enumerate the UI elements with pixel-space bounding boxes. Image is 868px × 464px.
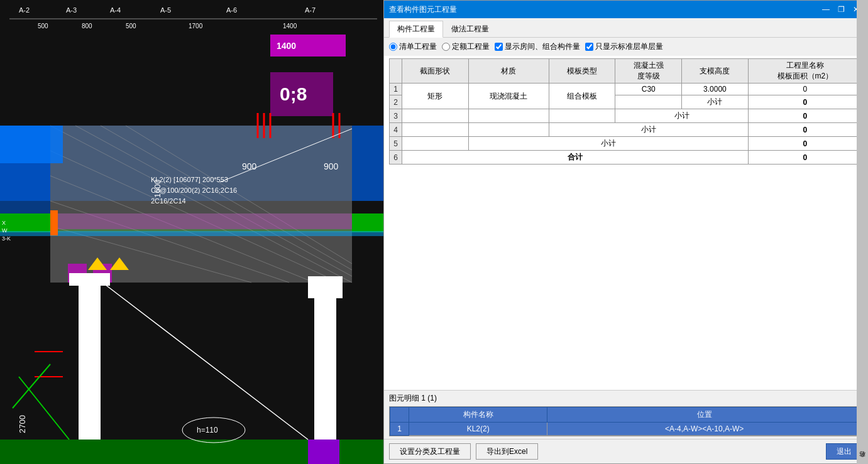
svg-rect-58 xyxy=(50,210,58,235)
col-formwork: 模板类型 xyxy=(549,59,615,84)
svg-text:W: W xyxy=(2,227,8,234)
svg-text:A-3: A-3 xyxy=(66,6,77,14)
title-controls: — ❐ ✕ xyxy=(820,4,862,15)
table-row: 3 小计 0 xyxy=(390,109,862,123)
col-material: 材质 xyxy=(468,59,549,84)
figure-info: 图元明细 1 (1) 构件名称 位置 1 KL2(2) <A-4,A-W><A-… xyxy=(384,390,867,439)
option-showroom[interactable]: 显示房间、组合构件量 xyxy=(495,41,580,52)
svg-text:800: 800 xyxy=(82,23,92,30)
data-table: 截面形状 材质 模板类型 混凝土强度等级 支模高度 工程里名称模板面积（m2） … xyxy=(389,58,862,165)
right-strip: 名称 xyxy=(857,0,868,464)
svg-text:500: 500 xyxy=(126,23,136,30)
svg-text:A-2: A-2 xyxy=(19,6,30,14)
svg-rect-33 xyxy=(314,283,336,458)
figure-col-num xyxy=(390,407,409,423)
svg-text:500: 500 xyxy=(38,23,48,30)
figure-table-wrap: 构件名称 位置 1 KL2(2) <A-4,A-W><A-10,A-W> xyxy=(389,406,862,436)
svg-text:1400: 1400 xyxy=(277,41,296,51)
col-height: 支模高度 xyxy=(682,59,749,84)
table-row: 5 小计 0 xyxy=(390,137,862,151)
svg-rect-32 xyxy=(79,283,101,458)
svg-text:A-6: A-6 xyxy=(226,6,237,14)
export-excel-button[interactable]: 导出到Excel xyxy=(476,443,538,460)
col-shape: 截面形状 xyxy=(402,59,469,84)
figure-table: 构件名称 位置 1 KL2(2) <A-4,A-W><A-10,A-W> xyxy=(390,407,862,436)
figure-row[interactable]: 1 KL2(2) <A-4,A-W><A-10,A-W> xyxy=(390,423,862,436)
svg-text:3-K: 3-K xyxy=(2,235,11,242)
svg-rect-29 xyxy=(0,163,50,213)
panel: 查看构件图元工程量 — ❐ ✕ 构件工程量 做法工程量 清单工程量 定额工程量 … xyxy=(383,0,868,464)
bottom-bar: 设置分类及工程量 导出到Excel 退出 xyxy=(384,439,867,463)
col-num xyxy=(390,59,402,84)
empty-space xyxy=(384,225,867,390)
option-clearlist[interactable]: 清单工程量 xyxy=(389,41,437,52)
svg-rect-34 xyxy=(308,276,343,298)
svg-text:1700: 1700 xyxy=(189,23,203,30)
svg-text:0;8: 0;8 xyxy=(280,84,307,104)
figure-col-name: 构件名称 xyxy=(409,407,547,423)
options-row: 清单工程量 定额工程量 显示房间、组合构件量 只显示标准层单层量 xyxy=(384,38,867,56)
option-showstandard[interactable]: 只显示标准层单层量 xyxy=(585,41,663,52)
svg-text:A-4: A-4 xyxy=(110,6,121,14)
table-row-total: 6 合计 0 xyxy=(390,151,862,165)
svg-text:2700: 2700 xyxy=(18,415,27,433)
cad-drawing: A-2 A-3 A-4 A-5 A-6 A-7 500 800 500 1700… xyxy=(0,0,383,464)
tab-component[interactable]: 构件工程量 xyxy=(389,21,443,38)
restore-button[interactable]: ❐ xyxy=(835,4,847,15)
col-strength: 混凝土强度等级 xyxy=(615,59,682,84)
table-area: 截面形状 材质 模板类型 混凝土强度等级 支模高度 工程里名称模板面积（m2） … xyxy=(384,56,867,225)
svg-text:900: 900 xyxy=(324,161,339,171)
tab-method[interactable]: 做法工程量 xyxy=(443,21,497,37)
title-text: 查看构件图元工程量 xyxy=(389,4,457,15)
svg-text:X: X xyxy=(2,220,6,226)
svg-text:h=110: h=110 xyxy=(197,426,218,434)
table-row: 4 小计 0 xyxy=(390,123,862,137)
svg-rect-62 xyxy=(308,440,339,464)
svg-rect-28 xyxy=(0,126,63,163)
figure-col-position: 位置 xyxy=(547,407,862,423)
title-bar: 查看构件图元工程量 — ❐ ✕ xyxy=(384,1,867,18)
table-row: 1 矩形 现浇混凝土 组合模板 C30 3.0000 0 xyxy=(390,84,862,95)
tab-bar: 构件工程量 做法工程量 xyxy=(384,18,867,38)
option-quota[interactable]: 定额工程量 xyxy=(442,41,490,52)
minimize-button[interactable]: — xyxy=(820,4,832,15)
set-category-button[interactable]: 设置分类及工程量 xyxy=(389,443,471,460)
svg-text:C8@100/200(2) 2C16;2C16: C8@100/200(2) 2C16;2C16 xyxy=(151,186,237,194)
svg-text:2C16/2C14: 2C16/2C14 xyxy=(151,197,186,205)
svg-text:KL2(2) [106077] 200*553: KL2(2) [106077] 200*553 xyxy=(151,176,228,183)
svg-text:A-5: A-5 xyxy=(160,6,171,14)
svg-rect-56 xyxy=(50,213,352,229)
col-quantity: 工程里名称模板面积（m2） xyxy=(748,59,862,84)
svg-text:A-7: A-7 xyxy=(305,6,316,14)
figure-info-title: 图元明细 1 (1) xyxy=(389,393,862,404)
svg-text:1400: 1400 xyxy=(283,23,297,30)
